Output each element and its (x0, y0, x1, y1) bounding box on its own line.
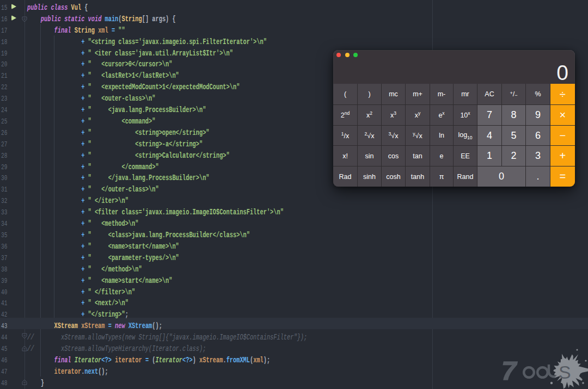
svg-text:7: 7 (501, 356, 518, 385)
svg-text:S: S (559, 362, 571, 382)
